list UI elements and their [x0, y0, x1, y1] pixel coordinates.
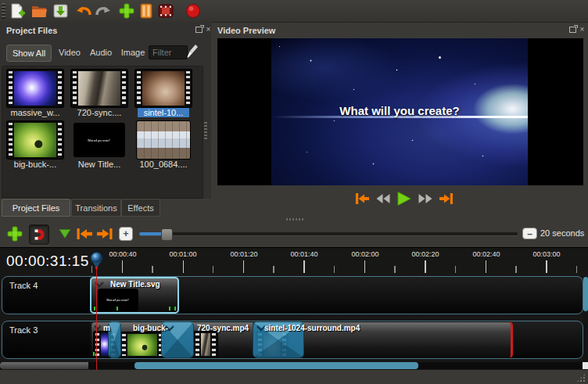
redo-icon: [95, 3, 112, 19]
save-project-icon: [52, 3, 69, 19]
previous-marker-button[interactable]: [75, 224, 94, 243]
clip-label: New Title.svg: [110, 280, 160, 289]
file-thumbnail-720sync[interactable]: [71, 70, 127, 107]
tab-project-files[interactable]: Project Files: [2, 199, 70, 217]
sintel-thumb-image: [142, 71, 185, 106]
clip-thumbnail: What will you create?: [98, 289, 138, 311]
preview-timeline-splitter-handle[interactable]: [286, 218, 303, 221]
playhead-marker[interactable]: [90, 252, 103, 275]
file-label[interactable]: 720-sync....: [68, 108, 131, 117]
video-preview-panel-title: Video Preview: [217, 26, 275, 35]
snapping-toggle-button[interactable]: [29, 224, 49, 245]
jump-to-end-button[interactable]: [438, 191, 455, 206]
new-project-button[interactable]: [8, 2, 27, 20]
rewind-icon: [375, 192, 391, 205]
add-track-button[interactable]: [5, 224, 24, 243]
project-files-panel-title: Project Files: [6, 26, 57, 35]
window-resize-grip[interactable]: [576, 373, 586, 382]
track-4[interactable]: Track 4 New Title.svg What will you crea…: [2, 276, 583, 314]
clip-new-title[interactable]: New Title.svg What will you create?: [90, 277, 179, 314]
file-label-selected[interactable]: sintel-10...: [138, 108, 189, 117]
track-3[interactable]: Track 3 m big-buck- 720-sync.mp4: [2, 321, 583, 359]
jump-to-start-icon: [354, 192, 370, 205]
fast-forward-button[interactable]: [417, 191, 434, 206]
file-thumbnail-massive[interactable]: [7, 70, 63, 107]
undo-icon: [75, 3, 92, 19]
next-marker-button[interactable]: [95, 224, 114, 243]
vscroll-thumb[interactable]: [583, 277, 588, 311]
undo-button[interactable]: [74, 2, 93, 20]
hscroll-left-segment: [0, 362, 88, 369]
filter-video-button[interactable]: Video: [56, 45, 84, 60]
hscroll-thumb[interactable]: [134, 362, 418, 369]
jump-to-start-button[interactable]: [353, 191, 371, 206]
ruler-mark: 00:02:40: [472, 250, 500, 258]
toolbar-drag-handle[interactable]: [2, 3, 5, 19]
zoom-slider-handle[interactable]: [161, 228, 173, 241]
redo-button[interactable]: [94, 2, 113, 20]
export-video-button[interactable]: [156, 2, 175, 20]
zoom-out-button[interactable]: –: [522, 228, 537, 239]
play-icon: [396, 191, 413, 206]
clip-label: sintel-1024-surround.mp4: [264, 324, 360, 332]
video-preview-area: What will you create?: [217, 38, 583, 185]
add-track-icon: [7, 226, 23, 242]
razor-tool-button[interactable]: [56, 224, 74, 243]
filter-image-button[interactable]: Image: [118, 45, 148, 60]
file-label[interactable]: 100_0684....: [132, 160, 195, 169]
file-thumbnail-sintel[interactable]: [135, 70, 192, 107]
ruler-mark: 00:00:40: [109, 250, 136, 258]
filter-audio-button[interactable]: Audio: [86, 45, 116, 60]
video-frame: What will you create?: [271, 38, 528, 185]
open-project-button[interactable]: [30, 2, 48, 20]
brush-icon: [186, 44, 199, 59]
playhead-timecode: 00:00:31:15: [6, 253, 89, 270]
effect-indicator: [174, 307, 176, 310]
file-thumbnail-bigbuck[interactable]: [7, 121, 63, 159]
bigbuck-thumb-image: [14, 123, 56, 157]
zoom-scale-label: 20 seconds: [540, 228, 584, 238]
ruler-mark: 00:01:40: [290, 250, 317, 258]
ruler-mark: 00:01:20: [230, 250, 257, 258]
undock-panel-icon[interactable]: [195, 27, 203, 33]
clear-filter-button[interactable]: [186, 44, 199, 63]
file-thumbnail-newtitle[interactable]: What will you create?: [74, 123, 125, 157]
effect-indicator: [169, 307, 170, 310]
filter-input[interactable]: [149, 45, 188, 59]
close-preview-icon[interactable]: ×: [579, 26, 586, 33]
clip-thumbnail: [120, 332, 164, 357]
playhead-line: [96, 268, 97, 370]
profile-filmstrip-icon: [139, 3, 153, 19]
track-4-name: Track 4: [9, 281, 38, 290]
file-label[interactable]: big-buck-...: [4, 160, 66, 169]
clip-label: m: [103, 324, 110, 332]
project-files-grid: massive_w... 720-sync.... sintel-10... b…: [2, 66, 203, 199]
timeline-horizontal-scrollbar[interactable]: [0, 362, 583, 369]
play-button[interactable]: [394, 191, 414, 206]
file-thumbnail-100-0684[interactable]: [137, 121, 190, 159]
ruler-mark: 00:03:00: [532, 250, 560, 258]
project-files-panel: Project Files × Show All Video Audio Ima…: [0, 22, 211, 199]
record-icon: [185, 3, 201, 19]
undock-preview-icon[interactable]: [569, 27, 576, 33]
starfield: [279, 46, 280, 47]
file-label[interactable]: New Title...: [68, 160, 131, 169]
save-project-button[interactable]: [51, 2, 70, 20]
import-files-button[interactable]: [117, 2, 136, 20]
zoom-slider-track[interactable]: [139, 232, 518, 235]
timeline-ruler[interactable]: 00:00:31:15 00:00:40 00:01:00 00:01:20 0…: [0, 248, 588, 275]
clip-chevron-icon: [93, 325, 102, 331]
ruler-mark: 00:02:20: [411, 250, 439, 258]
center-on-playhead-button[interactable]: +: [119, 227, 133, 241]
timeline-vertical-scrollbar[interactable]: [583, 276, 588, 362]
tab-effects[interactable]: Effects: [121, 199, 160, 217]
panel-splitter-handle[interactable]: [204, 122, 207, 139]
filter-show-all-button[interactable]: Show All: [6, 45, 52, 62]
file-label[interactable]: massive_w...: [4, 108, 66, 117]
scrollbar-corner: [583, 362, 588, 369]
record-button[interactable]: [184, 2, 203, 20]
choose-profile-button[interactable]: [137, 2, 156, 20]
tab-transitions[interactable]: Transitions: [71, 199, 121, 217]
rewind-button[interactable]: [375, 191, 392, 206]
previous-marker-icon: [76, 228, 93, 240]
